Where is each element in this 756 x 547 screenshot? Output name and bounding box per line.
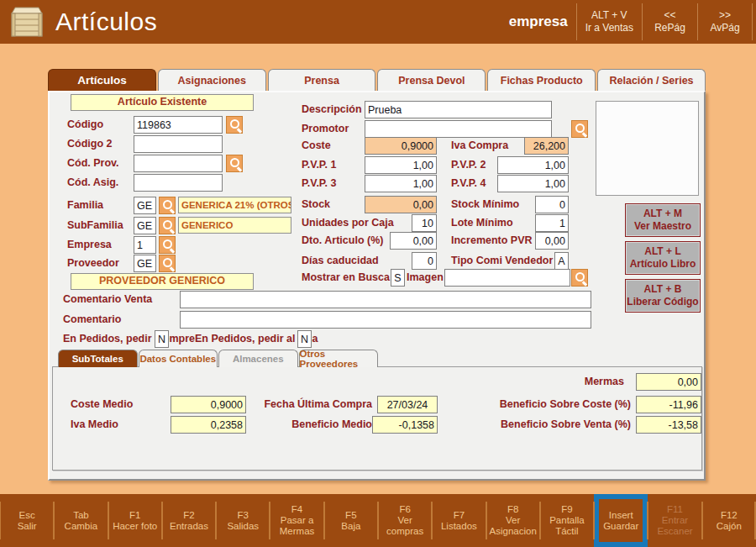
- pvp4-input[interactable]: [497, 175, 569, 192]
- fn-f8-ver-asignacion[interactable]: F8 Ver Asignacion: [486, 494, 540, 547]
- fn-f1-hacer-foto[interactable]: F1 Hacer foto: [108, 494, 162, 547]
- cod-asig-input[interactable]: [134, 174, 223, 192]
- articulo-libro-button[interactable]: ALT + L Artículo Libro: [625, 241, 701, 275]
- cod-prov-input[interactable]: [134, 155, 223, 172]
- iva-compra-label: Iva Compra: [451, 139, 508, 151]
- status-badge: Artículo Existente: [71, 94, 254, 111]
- tab-otros-proveedores[interactable]: Otros Proveedores: [299, 350, 379, 367]
- empresa-input[interactable]: [134, 236, 156, 254]
- fn-f3-salidas[interactable]: F3 Salidas: [216, 494, 270, 547]
- pvp1-input[interactable]: [365, 156, 437, 174]
- proveedor-label: Proveedor: [67, 257, 119, 269]
- beneficio-sobre-venta-input[interactable]: [636, 416, 701, 434]
- fn-tab-cambia[interactable]: Tab Cambia: [54, 494, 108, 547]
- codigo2-input[interactable]: [134, 135, 223, 153]
- iva-medio-input[interactable]: [171, 416, 246, 434]
- fn-label: Pasar a Mermas: [272, 515, 321, 537]
- empresa-search-button[interactable]: [159, 236, 176, 254]
- beneficio-medio-label: Beneficio Medio: [246, 418, 372, 430]
- tab-subtotales[interactable]: SubTotales: [58, 350, 138, 367]
- beneficio-sobre-coste-input[interactable]: [636, 396, 701, 413]
- pedir-siempre-input[interactable]: [155, 330, 169, 348]
- subfamilia-description: GENERICO: [178, 217, 291, 234]
- fn-f7-listados[interactable]: F7 Listados: [432, 494, 486, 547]
- page-down-label: AvPág: [710, 22, 739, 34]
- tab-prensa-devol[interactable]: Prensa Devol: [377, 69, 486, 91]
- comentario-input[interactable]: [180, 311, 591, 329]
- title-bar-actions: empresa ALT + V Ir a Ventas << RePág >> …: [509, 0, 753, 44]
- pedir-alza-input[interactable]: [297, 330, 312, 348]
- ver-maestro-button[interactable]: ALT + M Ver Maestro: [625, 203, 701, 237]
- fn-f9-pantalla-tactil[interactable]: F9 Pantalla Táctil: [540, 494, 594, 547]
- mostrar-busca-input[interactable]: [391, 269, 405, 287]
- tab-asignaciones[interactable]: Asignaciones: [158, 69, 266, 91]
- pvp3-input[interactable]: [365, 175, 437, 192]
- tab-fichas-producto[interactable]: Fichas Producto: [487, 69, 596, 91]
- page-down-button[interactable]: >> AvPág: [697, 3, 753, 40]
- proveedor-search-button[interactable]: [159, 255, 176, 272]
- lote-minimo-input[interactable]: [535, 214, 569, 232]
- incremento-pvr-input[interactable]: [535, 232, 569, 250]
- subfamilia-input[interactable]: [134, 217, 156, 234]
- articulo-libro-label: Artículo Libro: [626, 258, 700, 271]
- tipo-comi-input[interactable]: [554, 252, 569, 270]
- familia-input[interactable]: [134, 197, 156, 214]
- fn-esc-salir[interactable]: Esc Salir: [0, 494, 54, 547]
- page-up-button[interactable]: << RePág: [642, 3, 697, 40]
- codigo-input[interactable]: [134, 116, 223, 134]
- fn-key: F11: [667, 504, 683, 515]
- stock-input[interactable]: [365, 196, 437, 213]
- coste-medio-input[interactable]: [171, 396, 246, 413]
- fn-key: F7: [454, 510, 465, 521]
- comentario-venta-label: Comentario Venta: [63, 293, 152, 305]
- dias-caducidad-input[interactable]: [412, 252, 437, 270]
- tab-relacion-series[interactable]: Relación / Series: [597, 69, 706, 91]
- descripcion-input[interactable]: [365, 101, 552, 118]
- pvp2-input[interactable]: [497, 156, 569, 174]
- subtotales-panel: SubTotales Datos Contables Almacenes Otr…: [52, 366, 702, 471]
- liberar-codigo-button[interactable]: ALT + B Liberar Código: [625, 279, 701, 313]
- fn-label: Salidas: [227, 521, 259, 532]
- fn-f5-baja[interactable]: F5 Baja: [324, 494, 378, 547]
- subfamilia-search-button[interactable]: [159, 217, 176, 234]
- fn-f4-pasar-a-mermas[interactable]: F4 Pasar a Mermas: [270, 494, 323, 547]
- fn-key: F6: [399, 504, 410, 515]
- tab-prensa[interactable]: Prensa: [268, 69, 376, 91]
- article-form: Artículo Existente Código Código 2 Cód. …: [48, 91, 706, 481]
- promotor-input[interactable]: [365, 120, 552, 138]
- fn-insert-guardar[interactable]: Insert Guardar: [594, 494, 648, 547]
- imagen-input[interactable]: [444, 269, 570, 287]
- dto-articulo-input[interactable]: [390, 232, 437, 250]
- stock-minimo-input[interactable]: [535, 196, 569, 213]
- unidades-caja-input[interactable]: [412, 214, 437, 232]
- fn-f6-ver-compras[interactable]: F6 Ver compras: [378, 494, 432, 547]
- liberar-codigo-label: Liberar Código: [626, 296, 700, 308]
- imagen-search-button[interactable]: [571, 269, 588, 287]
- tab-articulos[interactable]: Artículos: [48, 69, 156, 91]
- mermas-input[interactable]: [636, 373, 701, 391]
- cod-prov-search-button[interactable]: [226, 155, 243, 172]
- coste-medio-label: Coste Medio: [71, 398, 133, 410]
- fn-f2-entradas[interactable]: F2 Entradas: [162, 494, 216, 547]
- iva-medio-label: Iva Medio: [71, 418, 118, 430]
- fn-key: F12: [721, 510, 738, 521]
- main-tab-row: Artículos Asignaciones Prensa Prensa Dev…: [48, 69, 706, 91]
- imagen-label: Imagen: [407, 271, 444, 283]
- proveedor-input[interactable]: [134, 255, 156, 272]
- comentario-venta-input[interactable]: [180, 291, 591, 308]
- iva-compra-input[interactable]: [524, 137, 569, 155]
- incremento-pvr-label: Incremento PVR: [451, 234, 533, 246]
- pedir-siempre-label: En Pedidos, pedir siempre: [63, 333, 195, 345]
- fn-label: Listados: [441, 521, 477, 532]
- fn-key: F5: [345, 510, 356, 521]
- tab-datos-contables[interactable]: Datos Contables: [139, 350, 218, 367]
- coste-input[interactable]: [365, 137, 437, 155]
- page-up-label: RePág: [654, 22, 685, 34]
- codigo-search-button[interactable]: [226, 116, 243, 134]
- promotor-search-button[interactable]: [571, 120, 588, 138]
- familia-search-button[interactable]: [159, 197, 176, 214]
- fn-f12-cajon[interactable]: F12 Cajón: [702, 494, 756, 547]
- fn-key: F1: [129, 510, 140, 521]
- page-down-icon: >>: [719, 9, 731, 22]
- go-to-sales-button[interactable]: ALT + V Ir a Ventas: [576, 3, 642, 40]
